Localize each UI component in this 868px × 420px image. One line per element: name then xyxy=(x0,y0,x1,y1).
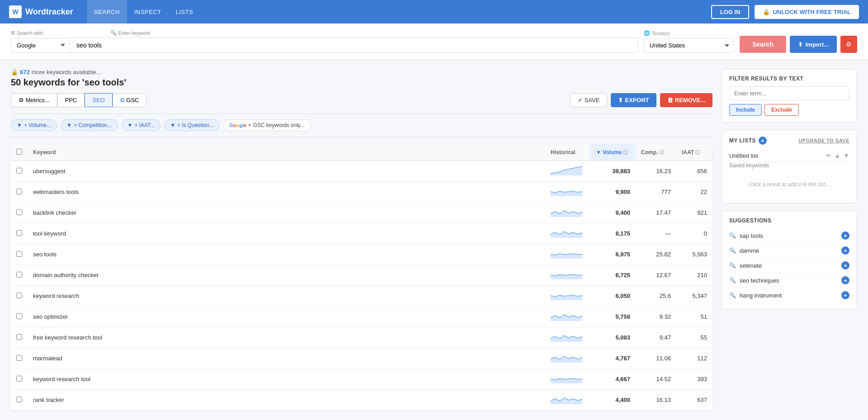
historical-cell xyxy=(545,203,590,223)
row-checkbox[interactable] xyxy=(16,355,22,361)
unlock-label: UNLOCK WITH FREE TRIAL xyxy=(773,9,851,15)
header-iaat[interactable]: IAAT ⓘ xyxy=(676,144,712,161)
mini-chart xyxy=(551,373,582,383)
search-button[interactable]: Search xyxy=(740,36,786,53)
row-checkbox[interactable] xyxy=(16,209,22,215)
tab-seo[interactable]: SEO xyxy=(85,93,112,107)
table-row: ubersuggest 39,883 16.23 656 xyxy=(11,161,712,182)
nav-lists[interactable]: LISTS xyxy=(169,0,201,24)
select-all-checkbox[interactable] xyxy=(16,149,22,155)
keyword-cell[interactable]: domain authority checker xyxy=(28,265,545,286)
filter-text-input[interactable] xyxy=(729,86,849,100)
tab-ppc[interactable]: PPC xyxy=(57,93,85,107)
add-suggestion-button[interactable]: + xyxy=(841,231,849,240)
keyword-cell[interactable]: backlink checker xyxy=(28,203,545,223)
row-checkbox[interactable] xyxy=(16,376,22,382)
filter-chip-iaat[interactable]: ▼ + IAAT... xyxy=(122,119,161,131)
import-button[interactable]: ⬆ Import... xyxy=(790,36,837,53)
filter-chip-competition[interactable]: ▼ + Competition... xyxy=(61,119,118,131)
keyword-cell[interactable]: rank tracker xyxy=(28,390,545,411)
comp-cell: 14.52 xyxy=(636,369,676,390)
available-count: 🔒 672 more keywords available... xyxy=(11,69,712,76)
remove-button[interactable]: 🗑 REMOVE... xyxy=(660,93,712,107)
add-suggestion-button[interactable]: + xyxy=(841,246,849,255)
unlock-button[interactable]: 🔒 UNLOCK WITH FREE TRIAL xyxy=(755,5,859,19)
row-checkbox[interactable] xyxy=(16,189,22,194)
tab-gsc[interactable]: G GSC xyxy=(113,93,147,107)
filter-chip-question[interactable]: ▼ + Is Question... xyxy=(164,119,220,131)
saved-keywords-section: Saved keywords Click a result to add it … xyxy=(729,162,849,197)
add-suggestion-button[interactable]: + xyxy=(841,291,849,299)
tab-metrics[interactable]: ⚙ Metrics... xyxy=(11,93,57,107)
list-chevron-down-icon[interactable]: ▼ xyxy=(843,152,849,159)
save-button[interactable]: ✓ SAVE xyxy=(570,93,608,107)
my-lists-section: MY LISTS + Upgrade to save Untitled list… xyxy=(722,130,857,203)
add-list-button[interactable]: + xyxy=(759,137,767,145)
row-checkbox[interactable] xyxy=(16,293,22,298)
comp-cell: 16.23 xyxy=(636,161,676,182)
keyword-cell[interactable]: ubersuggest xyxy=(28,161,545,182)
header-comp[interactable]: Comp. ⓘ xyxy=(636,144,676,161)
keyword-input[interactable] xyxy=(70,38,638,53)
row-checkbox[interactable] xyxy=(16,313,22,319)
keyword-cell[interactable]: keyword research xyxy=(28,286,545,307)
add-suggestion-button[interactable]: + xyxy=(841,276,849,284)
comp-cell: 25.6 xyxy=(636,286,676,307)
iaat-cell: 0 xyxy=(676,223,712,244)
keyword-cell[interactable]: seo tools xyxy=(28,244,545,265)
header-volume[interactable]: ▼ Volume ⓘ xyxy=(590,144,636,161)
exclude-button[interactable]: Exclude xyxy=(764,104,799,116)
row-checkbox[interactable] xyxy=(16,272,22,278)
row-checkbox[interactable] xyxy=(16,230,22,236)
suggestion-item[interactable]: 🔍 seo techniques + xyxy=(729,273,849,288)
edit-list-icon[interactable]: ✏ xyxy=(826,152,831,159)
row-checkbox[interactable] xyxy=(16,334,22,340)
iaat-cell: 656 xyxy=(676,161,712,182)
settings-button[interactable]: ⚙ xyxy=(840,36,857,53)
mini-chart xyxy=(551,228,582,238)
search-with-label: ⊞ Search with: xyxy=(11,30,44,36)
volume-cell: 4,667 xyxy=(590,369,636,390)
suggestion-label: seo techniques xyxy=(740,277,779,284)
upgrade-link[interactable]: Upgrade to save xyxy=(798,138,849,143)
keyword-cell[interactable]: webmasters tools xyxy=(28,182,545,203)
volume-cell: 9,900 xyxy=(590,182,636,203)
row-checkbox[interactable] xyxy=(16,251,22,257)
search-row: Google Bing YouTube xyxy=(11,38,638,53)
export-button[interactable]: ⬆ EXPORT xyxy=(611,93,656,107)
mini-chart xyxy=(551,353,582,363)
suggestion-item[interactable]: 🔍 sap tools + xyxy=(729,228,849,243)
mini-chart xyxy=(551,249,582,259)
keyword-cell[interactable]: tool keyword xyxy=(28,223,545,244)
comp-cell: 777 xyxy=(636,182,676,203)
globe-icon: 🌐 xyxy=(644,30,650,36)
iaat-info-icon[interactable]: ⓘ xyxy=(695,149,700,156)
include-button[interactable]: Include xyxy=(729,104,762,116)
row-checkbox[interactable] xyxy=(16,396,22,402)
filter-chip-volume[interactable]: ▼ + Volume... xyxy=(11,119,57,131)
nav-search[interactable]: SEARCH xyxy=(87,0,127,24)
list-chevron-icon[interactable]: ▲ xyxy=(834,152,840,159)
main-layout: 🔒 672 more keywords available... 50 keyw… xyxy=(0,60,868,419)
comp-info-icon[interactable]: ⓘ xyxy=(659,149,664,156)
keyword-cell[interactable]: seo optimizer xyxy=(28,307,545,327)
search-icon: 🔍 xyxy=(729,277,736,283)
lock-icon: 🔒 xyxy=(763,9,770,15)
nav-inspect[interactable]: INSPECT xyxy=(127,0,169,24)
row-checkbox[interactable] xyxy=(16,168,22,174)
historical-cell xyxy=(545,369,590,390)
suggestion-item[interactable]: 🔍 hang instrument + xyxy=(729,288,849,302)
filter-chip-gsc[interactable]: Google + GSC keywords only... xyxy=(223,119,311,131)
filter-icon-3: ▼ xyxy=(127,122,133,128)
keyword-cell[interactable]: free keyword research tool xyxy=(28,327,545,348)
suggestion-item[interactable]: 🔍 selenate + xyxy=(729,258,849,273)
territory-select[interactable]: United States United Kingdom Canada Aust… xyxy=(644,38,734,53)
keyword-cell[interactable]: marmalead xyxy=(28,348,545,369)
suggestion-item[interactable]: 🔍 damme + xyxy=(729,243,849,258)
login-button[interactable]: LOG IN xyxy=(711,5,750,19)
engine-select[interactable]: Google Bing YouTube xyxy=(11,38,70,53)
add-suggestion-button[interactable]: + xyxy=(841,261,849,269)
keyword-cell[interactable]: keyword research tool xyxy=(28,369,545,390)
volume-info-icon[interactable]: ⓘ xyxy=(623,149,628,156)
row-checkbox-cell xyxy=(11,161,28,182)
